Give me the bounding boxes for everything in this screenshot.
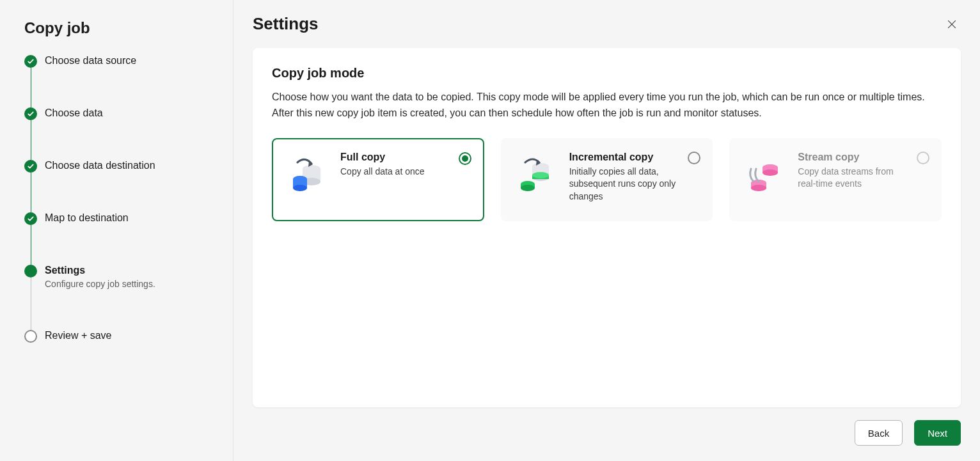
- main-content: Settings Copy job mode Choose how you wa…: [233, 0, 980, 461]
- wizard-sidebar: Copy job Choose data source Choose data …: [0, 0, 233, 461]
- step-choose-data-source[interactable]: Choose data source: [24, 55, 214, 107]
- close-button[interactable]: [943, 15, 961, 33]
- svg-point-19: [751, 185, 766, 191]
- wizard-footer: Back Next: [855, 420, 961, 446]
- option-title: Incremental copy: [569, 152, 682, 163]
- step-choose-data-destination[interactable]: Choose data destination: [24, 160, 214, 212]
- svg-point-16: [763, 169, 778, 176]
- option-description: Copy all data at once: [340, 166, 453, 178]
- step-label: Settings: [45, 265, 155, 276]
- step-settings[interactable]: Settings Configure copy job settings.: [24, 265, 214, 330]
- stream-copy-icon: [741, 152, 786, 196]
- check-icon: [24, 212, 37, 225]
- option-description: Initially copies all data, subsequent ru…: [569, 166, 682, 203]
- step-label: Review + save: [45, 330, 112, 341]
- next-button[interactable]: Next: [914, 420, 961, 446]
- back-button[interactable]: Back: [855, 420, 903, 446]
- radio-disabled-icon: [917, 152, 929, 164]
- step-label: Choose data destination: [45, 160, 155, 171]
- option-description: Copy data streams from real-time events: [798, 166, 910, 191]
- step-label: Map to destination: [45, 212, 129, 224]
- page-header: Settings: [253, 14, 961, 34]
- radio-selected-icon: [459, 152, 471, 165]
- option-full-copy[interactable]: Full copy Copy all data at once: [272, 138, 484, 221]
- check-icon: [24, 107, 37, 120]
- step-choose-data[interactable]: Choose data: [24, 107, 214, 160]
- incremental-copy-icon: [513, 152, 558, 196]
- svg-point-10: [532, 172, 549, 178]
- wizard-steps: Choose data source Choose data Choose da…: [24, 55, 214, 343]
- future-step-icon: [24, 330, 37, 343]
- check-icon: [24, 160, 37, 173]
- step-sublabel: Configure copy job settings.: [45, 279, 155, 289]
- copy-job-mode-description: Choose how you want the data to be copie…: [272, 90, 942, 121]
- current-step-icon: [24, 265, 37, 277]
- option-title: Full copy: [340, 152, 453, 163]
- check-icon: [24, 55, 37, 68]
- copy-job-mode-heading: Copy job mode: [272, 66, 942, 81]
- full-copy-icon: [284, 152, 329, 196]
- settings-card: Copy job mode Choose how you want the da…: [253, 48, 961, 407]
- option-stream-copy: Stream copy Copy data streams from real-…: [729, 138, 942, 221]
- step-label: Choose data: [45, 107, 103, 119]
- wizard-title: Copy job: [24, 19, 214, 37]
- close-icon: [945, 18, 958, 31]
- radio-icon: [688, 152, 700, 164]
- option-incremental-copy[interactable]: Incremental copy Initially copies all da…: [501, 138, 713, 221]
- step-review-save[interactable]: Review + save: [24, 330, 214, 343]
- copy-mode-options: Full copy Copy all data at once: [272, 138, 942, 221]
- step-map-to-destination[interactable]: Map to destination: [24, 212, 214, 265]
- option-title: Stream copy: [798, 152, 910, 163]
- svg-point-5: [293, 185, 307, 191]
- step-label: Choose data source: [45, 55, 136, 66]
- svg-point-13: [521, 185, 535, 191]
- page-title: Settings: [253, 14, 319, 34]
